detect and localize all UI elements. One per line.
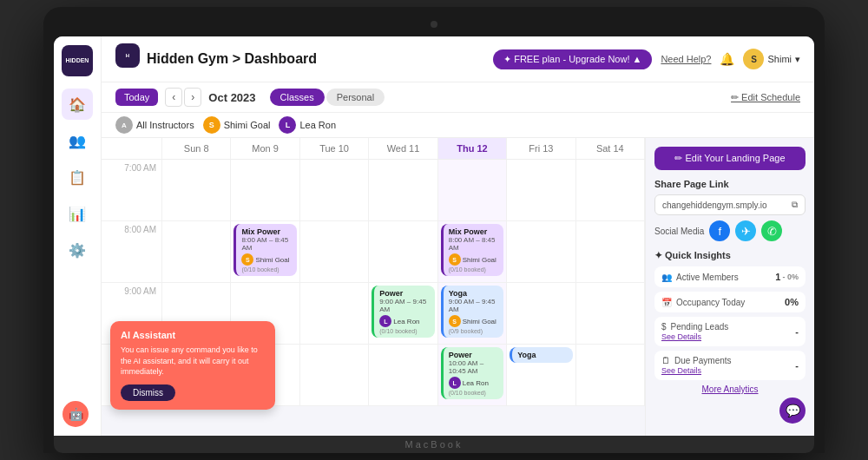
event-time: 9:00 AM – 9:45 AM (379, 298, 429, 313)
cell-tue-8am (300, 221, 369, 282)
day-sun8: Sun 8 (162, 138, 231, 159)
view-tabs: Classes Personal (270, 89, 385, 106)
insight-label: $ Pending Leads (661, 322, 728, 332)
next-arrow[interactable]: › (184, 88, 201, 107)
instructor2-avatar: L (279, 116, 296, 134)
whatsapp-icon[interactable]: ✆ (761, 220, 782, 241)
more-analytics-link[interactable]: More Analytics (654, 384, 806, 394)
calendar-header: Sun 8 Mon 9 Tue 10 Wed 11 Thu 12 Fri 13 … (102, 138, 645, 160)
sidebar-item-schedule[interactable]: 📋 (62, 161, 93, 193)
instructor1-chip[interactable]: S Shimi Goal (203, 116, 271, 134)
sidebar-item-members[interactable]: 👥 (62, 125, 93, 156)
sidebar-item-settings[interactable]: ⚙️ (62, 234, 93, 266)
event-time: 8:00 AM – 8:45 AM (241, 236, 291, 252)
event-instructor: S Shimi Goal (241, 253, 291, 266)
app-logo: HIDDEN (62, 45, 93, 76)
day-sat14: Sat 14 (576, 138, 645, 159)
insight-value: 1 - 0% (775, 272, 799, 282)
facebook-icon[interactable]: f (709, 220, 730, 241)
event-wed-power[interactable]: Power 9:00 AM – 9:45 AM L Lea Ron (0/10 … (372, 286, 434, 338)
event-time: 9:00 AM – 9:45 AM (449, 298, 498, 313)
sidebar-item-dashboard[interactable]: 🏠 (62, 89, 93, 120)
event-instructor: S Shimi Goal (449, 315, 498, 327)
top-bar-left: H Hidden Gym > Dashboard (115, 43, 317, 75)
insight-active-members: 👥 Active Members 1 - 0% (654, 266, 806, 287)
members-icon: 👥 (661, 273, 672, 282)
event-title: Power (449, 351, 498, 359)
event-booked: (0/10 booked) (379, 328, 429, 334)
cell-sat-8am (576, 221, 645, 282)
need-help-link[interactable]: Need Help? (661, 54, 711, 64)
ai-dismiss-button[interactable]: Dismiss (121, 384, 175, 401)
due-details-link[interactable]: See Details (661, 366, 732, 375)
cell-wed-9am[interactable]: Power 9:00 AM – 9:45 AM L Lea Ron (0/10 … (369, 283, 437, 344)
insight-value: - (795, 326, 799, 337)
tab-personal[interactable]: Personal (326, 89, 385, 106)
telegram-icon[interactable]: ✈ (735, 220, 756, 241)
instructor2-chip[interactable]: L Lea Ron (279, 116, 336, 134)
day-fri13: Fri 13 (507, 138, 575, 159)
top-logo: H (115, 43, 140, 68)
cell-sat-7am (576, 160, 645, 220)
event-instructor: S Shimi Goal (449, 253, 498, 266)
chat-bubble-button[interactable]: 💬 (779, 398, 806, 424)
cell-thu-9am[interactable]: Yoga 9:00 AM – 9:45 AM S Shimi Goal (0/9… (438, 283, 507, 344)
insights-section: ✦ Quick Insights 👥 Active Members 1 - 0% (654, 250, 806, 424)
day-thu12: Thu 12 (438, 138, 507, 159)
today-button[interactable]: Today (115, 89, 158, 106)
cell-fri-10am[interactable]: Yoga (507, 345, 575, 405)
cell-tue-9am (300, 283, 369, 344)
insight-occupancy: 📅 Occupancy Today 0% (654, 292, 806, 312)
event-booked: (0/10 booked) (449, 390, 498, 396)
sidebar-item-reports[interactable]: 📊 (62, 198, 93, 229)
avatar: S (743, 49, 764, 69)
cell-thu-8am[interactable]: Mix Power 8:00 AM – 8:45 AM S Shimi Goal… (438, 221, 507, 282)
day-tue10: Tue 10 (300, 138, 369, 159)
prev-arrow[interactable]: ‹ (165, 88, 182, 107)
laptop-brand: MacBook (405, 439, 464, 450)
insights-title: ✦ Quick Insights (654, 250, 806, 261)
tab-classes[interactable]: Classes (270, 89, 325, 106)
event-fri-yoga[interactable]: Yoga (510, 347, 572, 363)
all-instructors-chip[interactable]: A All Instructors (115, 116, 194, 134)
calendar-icon: 📅 (661, 298, 672, 307)
cell-sun-8am (162, 221, 231, 282)
edit-schedule-link[interactable]: ✏ Edit Schedule (731, 92, 800, 103)
all-instructors-icon: A (115, 116, 133, 134)
event-thu-power[interactable]: Power 10:00 AM – 10:45 AM L Lea Ron (0/1… (441, 347, 503, 399)
top-bar-right: ✦ FREE plan - Upgrade Now! ▲ Need Help? … (493, 49, 800, 69)
insight-label: 🗒 Due Payments (661, 356, 732, 365)
cell-fri-9am (507, 283, 575, 344)
top-bar: H Hidden Gym > Dashboard ✦ FREE plan - U… (102, 36, 814, 82)
payment-icon: 🗒 (661, 356, 670, 365)
pending-details-link[interactable]: See Details (661, 332, 728, 341)
ai-assistant-text: You can issue any command you like to th… (121, 345, 265, 378)
landing-page-button[interactable]: ✏ Edit Your Landing Page (654, 147, 806, 170)
upgrade-button[interactable]: ✦ FREE plan - Upgrade Now! ▲ (493, 49, 652, 69)
event-title: Mix Power (449, 227, 498, 236)
copy-icon[interactable]: ⧉ (792, 200, 798, 210)
event-thu-yoga[interactable]: Yoga 9:00 AM – 9:45 AM S Shimi Goal (0/9… (441, 286, 503, 338)
notifications-icon[interactable]: 🔔 (720, 52, 734, 66)
ai-assistant-icon[interactable]: 🤖 (62, 401, 89, 427)
day-wed11: Wed 11 (369, 138, 437, 159)
instructors-bar: A All Instructors S Shimi Goal L Lea Ron (102, 113, 814, 138)
cell-mon-8am[interactable]: Mix Power 8:00 AM – 8:45 AM S Shimi Goal… (231, 221, 299, 282)
insight-label: 📅 Occupancy Today (661, 298, 745, 307)
cell-sat-10am (576, 345, 645, 405)
social-media-label: Social Media (654, 227, 704, 236)
cell-thu-10am[interactable]: Power 10:00 AM – 10:45 AM L Lea Ron (0/1… (438, 345, 507, 405)
share-link-box: changehiddengym.smply.io ⧉ (654, 194, 806, 215)
event-booked: (0/9 booked) (449, 328, 498, 334)
cell-thu-7am (438, 160, 507, 220)
time-label-7am: 7:00 AM (102, 160, 162, 220)
event-booked: (0/10 booked) (449, 266, 498, 273)
user-menu[interactable]: S Shimi ▾ (743, 49, 800, 69)
month-label: Oct 2023 (208, 91, 255, 104)
event-title: Mix Power (241, 227, 291, 236)
right-panel: ✏ Edit Your Landing Page Share Page Link… (645, 138, 814, 436)
event-mon-mix-power[interactable]: Mix Power 8:00 AM – 8:45 AM S Shimi Goal… (233, 224, 296, 276)
insight-due-payments: 🗒 Due Payments See Details - (654, 351, 806, 380)
event-thu-mix-power[interactable]: Mix Power 8:00 AM – 8:45 AM S Shimi Goal… (441, 224, 503, 276)
event-instructor: L Lea Ron (449, 377, 498, 389)
